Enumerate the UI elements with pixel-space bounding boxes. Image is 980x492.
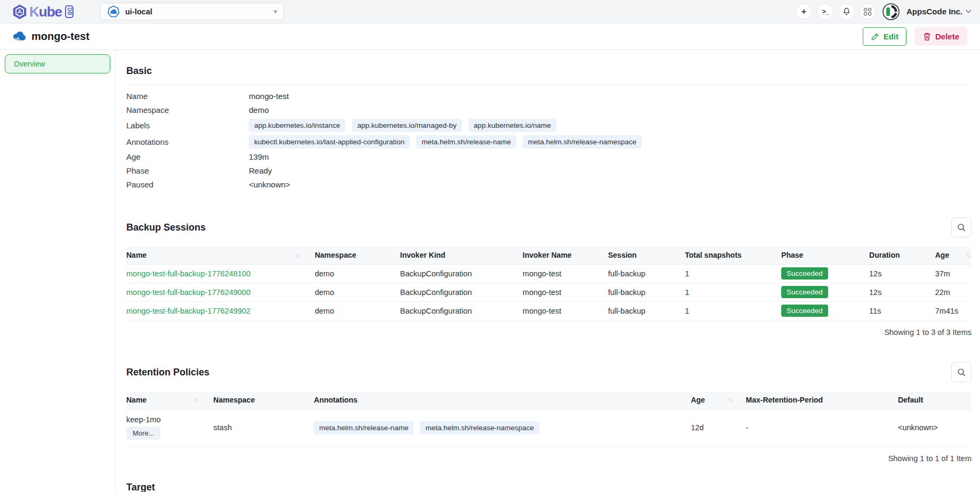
status-badge: Succeeded xyxy=(781,286,828,298)
annotation-chip: meta.helm.sh/release-name xyxy=(416,135,516,149)
navbar-actions: + >_ AppsCode Inc. xyxy=(796,3,971,20)
column-header-name: Name xyxy=(126,396,147,404)
org-menu[interactable]: AppsCode Inc. xyxy=(906,7,971,16)
field-row-age: Age 139m xyxy=(126,150,971,164)
backup-sessions-heading: Backup Sessions xyxy=(126,222,206,233)
column-header-annotations: Annotations xyxy=(314,396,691,404)
search-icon xyxy=(957,367,966,377)
edit-button[interactable]: Edit xyxy=(863,27,906,46)
column-header-name: Name xyxy=(126,251,147,259)
org-avatar[interactable] xyxy=(882,3,900,20)
bell-icon xyxy=(842,7,851,16)
kubedb-logo[interactable]: Kube DB xyxy=(12,4,74,20)
pencil-icon xyxy=(871,32,879,41)
basic-heading: Basic xyxy=(126,65,971,77)
backup-session-link[interactable]: mongo-test-full-backup-1776249902 xyxy=(126,307,250,315)
plus-icon: + xyxy=(801,7,806,16)
retention-policies-heading: Retention Policies xyxy=(126,367,209,378)
backup-sessions-table-header: Name ↑↓ Namespace Invoker Kind Invoker N… xyxy=(126,247,971,265)
backup-sessions-section: Backup Sessions Name ↑↓ Namespace Invoke… xyxy=(126,214,971,337)
annotation-chip: meta.helm.sh/release-name xyxy=(314,421,414,434)
logo-db-badge: DB xyxy=(65,5,74,18)
column-header-namespace: Namespace xyxy=(213,396,314,404)
column-header-total-snapshots: Total snapshots xyxy=(685,251,781,259)
backup-sessions-pagination: Showing 1 to 3 of 3 Items xyxy=(126,328,971,337)
annotation-chip: kubectl.kubernetes.io/last-applied-confi… xyxy=(249,135,410,149)
title-bar: mongo-test Edit Delete xyxy=(0,23,980,50)
chevron-down-icon xyxy=(966,10,971,13)
sort-icon[interactable]: ↑↓ xyxy=(728,397,733,403)
field-row-phase: Phase Ready xyxy=(126,164,971,178)
sidebar: Overview xyxy=(0,50,116,491)
target-section: Target No Data Available xyxy=(126,482,971,492)
column-header-duration: Duration xyxy=(869,251,935,259)
backup-session-link[interactable]: mongo-test-full-backup-1776249000 xyxy=(126,288,250,297)
terminal-icon: >_ xyxy=(822,9,829,15)
retention-policies-section: Retention Policies Name ↑↓ Namespace Ann… xyxy=(126,359,971,463)
search-icon xyxy=(957,223,966,232)
basic-section: Basic Name mongo-test Namespace demo Lab… xyxy=(126,50,971,192)
sort-icon[interactable]: ↑↓ xyxy=(295,252,300,258)
column-header-session: Session xyxy=(608,251,685,259)
column-header-age: Age xyxy=(935,251,949,259)
column-header-default: Default xyxy=(898,396,971,404)
label-chip: app.kubernetes.io/name xyxy=(468,119,556,132)
target-heading: Target xyxy=(126,482,971,492)
status-badge: Succeeded xyxy=(781,267,828,280)
field-row-namespace: Namespace demo xyxy=(126,103,971,117)
label-chip: app.kubernetes.io/managed-by xyxy=(352,119,462,132)
sort-icon[interactable]: ↑↓ xyxy=(966,252,971,258)
field-row-name: Name mongo-test xyxy=(126,89,971,103)
table-row: mongo-test-full-backup-1776248100 demo B… xyxy=(126,265,971,283)
top-navbar: Kube DB ui-local ▾ + >_ xyxy=(0,0,980,23)
column-header-invoker-name: Invoker Name xyxy=(523,251,608,259)
page-title: mongo-test xyxy=(31,30,90,43)
apps-button[interactable] xyxy=(860,3,876,20)
retention-policies-pagination: Showing 1 to 1 of 1 Item xyxy=(126,454,971,463)
overview-label: Overview xyxy=(14,60,45,68)
database-cloud-icon xyxy=(12,31,26,43)
grid-icon xyxy=(864,8,871,15)
notifications-button[interactable] xyxy=(838,3,855,20)
column-header-namespace: Namespace xyxy=(315,251,400,259)
delete-label: Delete xyxy=(935,32,959,41)
field-row-annotations: Annotations kubectl.kubernetes.io/last-a… xyxy=(126,134,971,150)
field-row-labels: Labels app.kubernetes.io/instance app.ku… xyxy=(126,117,971,134)
table-row: mongo-test-full-backup-1776249000 demo B… xyxy=(126,283,971,302)
annotation-chip: meta.helm.sh/release-namespace xyxy=(523,135,642,149)
retention-policies-search-button[interactable] xyxy=(951,362,971,382)
table-row: mongo-test-full-backup-1776249902 demo B… xyxy=(126,302,971,321)
cluster-selector[interactable]: ui-local ▾ xyxy=(100,3,284,20)
sidebar-item-overview[interactable]: Overview xyxy=(5,54,110,73)
caret-down-icon: ▾ xyxy=(273,7,277,15)
cluster-cloud-icon xyxy=(107,5,120,18)
terminal-button[interactable]: >_ xyxy=(817,3,833,20)
backup-session-link[interactable]: mongo-test-full-backup-1776248100 xyxy=(126,269,250,278)
status-badge: Succeeded xyxy=(781,305,828,317)
sort-icon[interactable]: ↑↓ xyxy=(193,397,199,403)
more-button[interactable]: More... xyxy=(126,427,160,440)
logo-text: Kube xyxy=(29,5,62,19)
main-content: Basic Name mongo-test Namespace demo Lab… xyxy=(116,50,980,491)
trash-icon xyxy=(923,32,931,41)
org-name: AppsCode Inc. xyxy=(906,7,962,16)
annotation-chip: meta.helm.sh/release-namespace xyxy=(420,421,539,434)
title-actions: Edit Delete xyxy=(863,27,967,46)
column-header-max-retention-period: Max-Retention-Period xyxy=(746,396,897,404)
appscode-avatar-icon xyxy=(882,3,900,20)
delete-button[interactable]: Delete xyxy=(915,27,967,46)
field-row-paused: Paused <unknown> xyxy=(126,178,971,192)
backup-sessions-search-button[interactable] xyxy=(951,217,971,237)
column-header-phase: Phase xyxy=(781,251,869,259)
kubedb-hexagon-icon xyxy=(12,4,28,20)
retention-policies-table-header: Name ↑↓ Namespace Annotations Age ↑↓ Max… xyxy=(126,391,971,409)
column-header-invoker-kind: Invoker Kind xyxy=(400,251,523,259)
retention-policy-name: keep-1mo xyxy=(126,415,160,424)
table-row: keep-1mo More... stash meta.helm.sh/rele… xyxy=(126,409,971,447)
create-button[interactable]: + xyxy=(796,3,812,20)
column-header-age: Age xyxy=(691,396,704,404)
label-chip: app.kubernetes.io/instance xyxy=(249,119,345,132)
cluster-name: ui-local xyxy=(125,7,152,16)
edit-label: Edit xyxy=(884,32,898,41)
